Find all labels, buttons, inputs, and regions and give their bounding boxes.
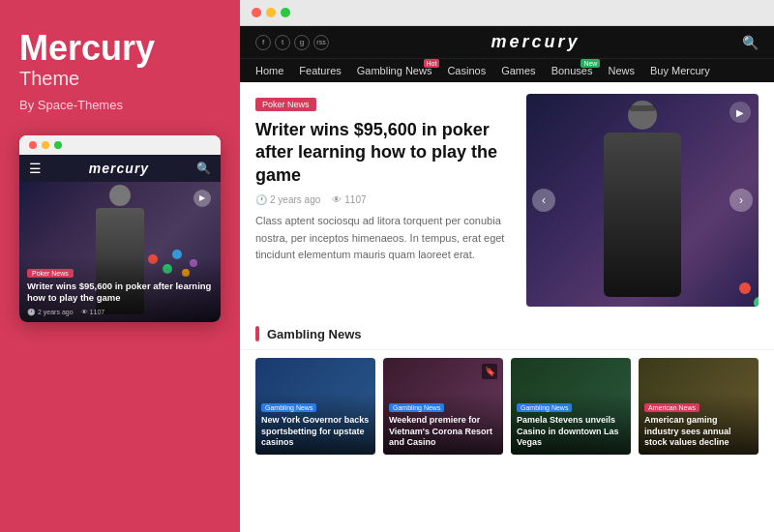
mini-article-badge: Poker News [27, 269, 74, 278]
news-grid: Gambling News New York Governor backs sp… [240, 350, 774, 466]
mini-search-icon[interactable]: 🔍 [196, 162, 211, 175]
news-badge-4: American News [644, 403, 700, 412]
section-header: Gambling News [240, 318, 774, 350]
rss-icon[interactable]: rss [313, 35, 329, 50]
site-logo: mercury [329, 32, 742, 52]
site-search-icon[interactable]: 🔍 [742, 35, 759, 50]
site-navbar: Home Features Gambling News Hot Casinos … [240, 58, 774, 82]
nav-item-home[interactable]: Home [255, 65, 283, 76]
slider-arrow-left[interactable]: ‹ [532, 189, 555, 212]
news-title-1: New York Governor backs sportsbetting fo… [261, 415, 370, 449]
article-title: Writer wins $95,600 in poker after learn… [255, 119, 510, 187]
mini-hero-image: ▶ Poker News Writer wins $95,600 in poke… [19, 182, 221, 322]
mini-browser-mockup: ☰ mercury 🔍 ▶ Poker Ne [19, 135, 221, 322]
mini-navbar: ☰ mercury 🔍 [19, 155, 221, 182]
eye-icon: 👁 [81, 309, 88, 315]
mini-dot-green [54, 141, 62, 149]
mini-dot-red [29, 141, 37, 149]
article-time: 🕐 2 years ago [255, 194, 320, 205]
main-content-area: Poker News Writer wins $95,600 in poker … [240, 82, 774, 318]
news-card-2[interactable]: Gambling News Weekend premiere for Vietn… [383, 358, 503, 455]
eye-icon-main: 👁 [332, 194, 342, 205]
news-card-overlay-4: American News American gaming industry s… [639, 393, 759, 455]
section-title: Gambling News [267, 327, 362, 341]
nav-item-bonuses[interactable]: Bonuses New [551, 65, 593, 76]
news-title-2: Weekend premiere for Vietnam's Corona Re… [389, 415, 497, 449]
site-content: f t g rss mercury 🔍 Home Features Gambli… [240, 26, 774, 532]
browser-chrome [240, 0, 774, 26]
mini-article-meta: 🕐 2 years ago 👁 1107 [27, 309, 213, 316]
gambling-news-badge: Hot [424, 59, 440, 68]
nav-item-gambling-news[interactable]: Gambling News Hot [357, 65, 432, 76]
mini-browser-chrome [19, 135, 221, 155]
mini-views: 👁 1107 [81, 309, 105, 316]
mini-dot-yellow [42, 141, 49, 149]
mini-logo: mercury [89, 161, 149, 176]
nav-item-casinos[interactable]: Casinos [447, 65, 486, 76]
facebook-icon[interactable]: f [255, 35, 271, 50]
mini-play-button[interactable]: ▶ [194, 190, 211, 207]
news-card-4[interactable]: American News American gaming industry s… [639, 358, 759, 455]
news-title-3: Pamela Stevens unveils Casino in downtow… [517, 415, 625, 449]
browser-dot-green [281, 8, 290, 17]
news-card-3[interactable]: Gambling News Pamela Stevens unveils Cas… [511, 358, 631, 455]
theme-subtitle: Theme [19, 68, 221, 90]
googleplus-icon[interactable]: g [294, 35, 310, 50]
nav-item-features[interactable]: Features [299, 65, 341, 76]
bookmark-icon-2[interactable]: 🔖 [482, 364, 497, 379]
article-excerpt: Class aptent sociosqu ad litora torquent… [255, 213, 510, 264]
mini-hero-overlay: Poker News Writer wins $95,600 in poker … [19, 256, 221, 322]
social-icons-group: f t g rss [255, 35, 329, 50]
bonuses-badge: New [580, 59, 600, 68]
right-panel: f t g rss mercury 🔍 Home Features Gambli… [240, 0, 774, 532]
browser-dot-red [252, 8, 261, 17]
mini-hamburger-icon[interactable]: ☰ [29, 161, 42, 176]
section-bar-accent [255, 326, 259, 341]
theme-author: By Space-Themes [19, 98, 221, 112]
hero-slider: ▶ ‹ › [526, 94, 759, 307]
slider-arrow-right[interactable]: › [729, 189, 753, 212]
hero-image [526, 94, 759, 307]
nav-item-news[interactable]: News [608, 65, 635, 76]
news-card-1[interactable]: Gambling News New York Governor backs sp… [255, 358, 375, 455]
news-badge-3: Gambling News [517, 403, 572, 412]
news-card-overlay-1: Gambling News New York Governor backs sp… [255, 393, 375, 455]
news-card-overlay-3: Gambling News Pamela Stevens unveils Cas… [511, 393, 631, 455]
nav-item-buy-mercury[interactable]: Buy Mercury [650, 65, 710, 76]
news-card-overlay-2: Gambling News Weekend premiere for Vietn… [383, 393, 503, 455]
site-topbar: f t g rss mercury 🔍 [240, 26, 774, 58]
mini-time: 🕐 2 years ago [27, 309, 74, 316]
theme-title-block: Mercury Theme By Space-Themes [19, 29, 221, 112]
featured-article: Poker News Writer wins $95,600 in poker … [255, 94, 526, 307]
clock-icon-main: 🕐 [255, 194, 267, 205]
theme-name: Mercury [19, 29, 221, 68]
news-badge-2: Gambling News [389, 403, 444, 412]
twitter-icon[interactable]: t [275, 35, 290, 50]
clock-icon: 🕐 [27, 309, 36, 316]
article-badge: Poker News [255, 98, 316, 111]
article-views: 👁 1107 [332, 194, 366, 205]
nav-item-games[interactable]: Games [501, 65, 535, 76]
browser-dot-yellow [266, 8, 276, 17]
slider-play-button[interactable]: ▶ [729, 102, 751, 123]
left-panel: Mercury Theme By Space-Themes ☰ mercury … [0, 0, 240, 532]
article-meta: 🕐 2 years ago 👁 1107 [255, 194, 510, 205]
news-badge-1: Gambling News [261, 403, 316, 412]
news-title-4: American gaming industry sees annual sto… [644, 415, 753, 449]
mini-article-headline: Writer wins $95,600 in poker after learn… [27, 281, 213, 305]
